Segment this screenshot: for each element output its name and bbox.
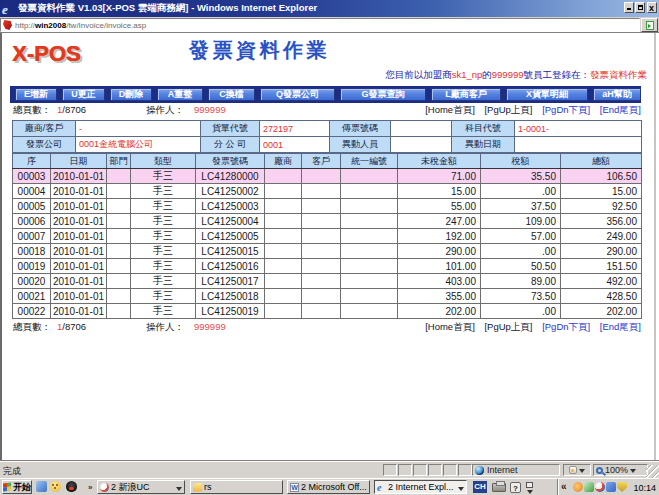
word-icon: W	[290, 483, 299, 492]
column-header: 序	[13, 154, 51, 169]
nav-pgdn-link[interactable]: [PgDn下頁]	[542, 321, 590, 332]
shield-icon	[569, 466, 577, 474]
table-row[interactable]: 00020 2010-01-01 手三 LC41250017 403.00 89…	[13, 274, 642, 289]
folder-icon	[193, 483, 202, 492]
menu-button-1[interactable]: U更正	[62, 88, 105, 101]
quicklaunch-overflow-chevron[interactable]: »	[88, 483, 92, 492]
table-cell	[265, 199, 302, 214]
nav-end-link[interactable]: [End尾頁]	[600, 104, 641, 115]
nav-pgdn-link[interactable]: [PgDn下頁]	[542, 104, 590, 115]
printer-icon[interactable]	[492, 483, 506, 492]
nav-end-link[interactable]: [End尾頁]	[600, 321, 641, 332]
nav-pgup-link[interactable]: [PgUp上頁]	[484, 321, 532, 332]
menu-button-7[interactable]: L廠商客戶	[431, 88, 501, 101]
tray-shield-icon[interactable]	[617, 482, 627, 492]
form-value[interactable]	[391, 137, 452, 153]
table-cell	[265, 244, 302, 259]
ime-help-icon[interactable]: ?	[510, 482, 521, 493]
table-cell	[107, 214, 131, 229]
minimize-button[interactable]	[624, 2, 634, 13]
login-info-suffix: 號員工登錄在：	[524, 69, 591, 80]
table-cell: 106.50	[561, 169, 642, 184]
table-cell	[302, 259, 341, 274]
table-row[interactable]: 00004 2010-01-01 手三 LC41250002 15.00 .00…	[13, 184, 642, 199]
table-row[interactable]: 00019 2010-01-01 手三 LC41250016 101.00 50…	[13, 259, 642, 274]
quicklaunch-sinauc-icon[interactable]	[50, 481, 61, 492]
menu-button-6[interactable]: G發票查詢	[340, 88, 426, 101]
menu-button-3[interactable]: A重整	[157, 88, 203, 101]
menu-button-5[interactable]: Q發票公司	[260, 88, 335, 101]
taskbar-button-label: 2 新浪UC	[111, 481, 150, 494]
taskbar-button-office[interactable]: W 2 Microsoft Off...	[287, 480, 370, 494]
login-info-mid: 的	[482, 69, 492, 80]
table-row[interactable]: 00006 2010-01-01 手三 LC41250004 247.00 10…	[13, 214, 642, 229]
table-row[interactable]: 00005 2010-01-01 手三 LC41250003 55.00 37.…	[13, 199, 642, 214]
go-button[interactable]	[641, 18, 658, 32]
zoom-control[interactable]: 100%	[593, 464, 648, 476]
language-indicator[interactable]: CH	[473, 481, 487, 493]
taskbar-button-sinauc[interactable]: 2 新浪UC	[97, 480, 185, 494]
ime-icon[interactable]	[526, 482, 533, 488]
table-cell	[341, 244, 398, 259]
total-pages: /8706	[62, 104, 86, 115]
url-text[interactable]: http://win2008/tw/Invoice/invoice.asp	[15, 21, 146, 30]
start-button[interactable]: 开始	[2, 480, 32, 494]
table-row[interactable]: 00007 2010-01-01 手三 LC41250005 192.00 57…	[13, 229, 642, 244]
menu-button-2[interactable]: D刪除	[110, 88, 152, 101]
tray-icon-4[interactable]	[606, 482, 616, 492]
restore-button[interactable]	[635, 2, 645, 13]
close-button[interactable]: x	[647, 2, 657, 13]
ie-window-icon: e	[2, 3, 14, 15]
table-cell	[107, 289, 131, 304]
resize-grip[interactable]	[646, 465, 659, 478]
window-title: 發票資料作業 V1.03[X-POS 雲端商務網] - Windows Inte…	[18, 2, 317, 15]
table-cell: LC41250016	[196, 259, 265, 274]
table-cell: 202.00	[398, 304, 481, 319]
quicklaunch-messenger-icon[interactable]	[36, 481, 47, 492]
url-field[interactable]: http://win2008/tw/Invoice/invoice.asp	[0, 18, 640, 32]
table-row[interactable]: 00021 2010-01-01 手三 LC41250018 355.00 73…	[13, 289, 642, 304]
quicklaunch-qq-icon[interactable]	[66, 481, 77, 492]
table-cell: 2010-01-01	[51, 244, 107, 259]
taskbar-button-rs[interactable]: rs	[190, 480, 283, 494]
table-cell	[107, 274, 131, 289]
menu-button-8[interactable]: X貨單明細	[506, 88, 588, 101]
menu-button-0[interactable]: E增新	[15, 88, 57, 101]
taskbar-clock[interactable]: 10:14	[633, 483, 656, 493]
nav-home-link[interactable]: [Home首頁]	[425, 104, 475, 115]
form-value[interactable]: 0001	[260, 137, 330, 153]
table-cell	[341, 274, 398, 289]
form-value[interactable]: -	[76, 121, 201, 137]
tray-icon-2[interactable]	[584, 482, 594, 492]
menu-button-label: C換檔	[219, 88, 244, 101]
status-panes	[383, 464, 473, 476]
tray-collapse-chevron[interactable]: «	[561, 481, 567, 493]
tray-icon-1[interactable]	[573, 482, 583, 492]
table-cell: .00	[481, 184, 561, 199]
table-cell: 2010-01-01	[51, 229, 107, 244]
table-cell: 247.00	[398, 214, 481, 229]
table-cell: 2010-01-01	[51, 289, 107, 304]
table-row[interactable]: 00018 2010-01-01 手三 LC41250015 290.00 .0…	[13, 244, 642, 259]
form-value[interactable]: 1-0001-	[515, 121, 642, 137]
menu-button-9[interactable]: aH幫助	[593, 88, 641, 101]
nav-pgup-link[interactable]: [PgUp上頁]	[484, 104, 532, 115]
menu-button-label: U更正	[71, 88, 96, 101]
form-value[interactable]: 0001金統電腦公司	[76, 137, 201, 153]
protected-mode-indicator[interactable]	[563, 464, 591, 476]
menu-button-4[interactable]: C換檔	[208, 88, 255, 101]
pagination-top-wrap: 總頁數：1/8706 操作人：999999 [Home首頁] [PgUp上頁] …	[13, 104, 641, 118]
tray-icon-3[interactable]	[595, 482, 605, 492]
table-row[interactable]: 00003 2010-01-01 手三 LC41280000 71.00 35.…	[13, 169, 642, 184]
taskbar-button-ie[interactable]: e 2 Internet Expl...	[374, 480, 467, 494]
table-cell	[107, 304, 131, 319]
column-header: 發票號碼	[196, 154, 265, 169]
table-cell	[302, 169, 341, 184]
table-cell: 手三	[131, 259, 196, 274]
form-value[interactable]	[391, 121, 452, 137]
form-value[interactable]	[515, 137, 642, 153]
table-row[interactable]: 00022 2010-01-01 手三 LC41250019 202.00 .0…	[13, 304, 642, 319]
nav-home-link[interactable]: [Home首頁]	[425, 321, 475, 332]
table-cell: 手三	[131, 214, 196, 229]
form-value[interactable]: 272197	[260, 121, 330, 137]
